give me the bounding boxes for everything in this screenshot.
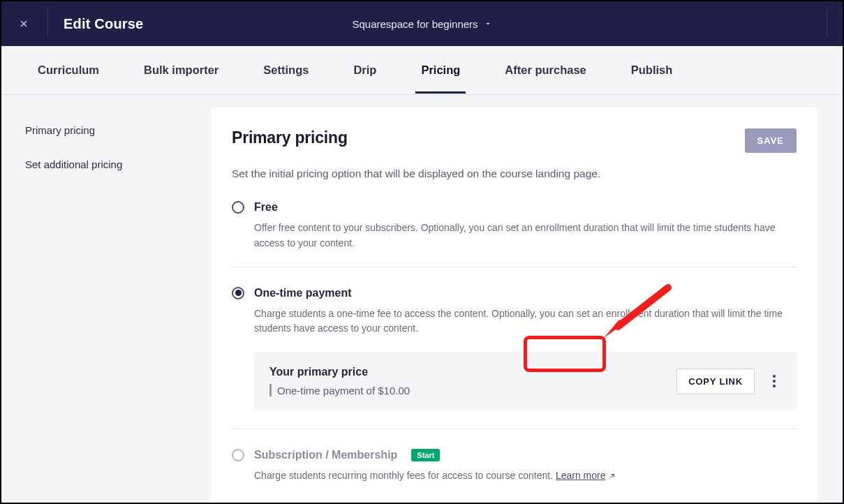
tab-curriculum[interactable]: Curriculum — [32, 47, 105, 93]
tab-bar: Curriculum Bulk importer Settings Drip P… — [1, 46, 843, 95]
option-label-subscription: Subscription / Membership — [254, 449, 397, 461]
pricing-option-subscription: Subscription / Membership Start Charge s… — [232, 449, 797, 499]
close-icon[interactable] — [14, 14, 34, 34]
save-button[interactable]: SAVE — [745, 128, 797, 153]
radio-free[interactable] — [232, 201, 244, 214]
tab-after-purchase[interactable]: After purchase — [499, 47, 591, 93]
option-label-free: Free — [254, 201, 278, 214]
caret-down-icon — [484, 18, 492, 30]
panel-title: Primary pricing — [232, 128, 348, 147]
sidenav-primary-pricing[interactable]: Primary pricing — [25, 117, 194, 151]
tab-bulk-importer[interactable]: Bulk importer — [138, 47, 224, 93]
option-desc-free: Offer free content to your subscribers. … — [254, 221, 797, 251]
header-divider — [47, 10, 48, 38]
app-header: Edit Course Squarespace for beginners — [1, 1, 843, 46]
price-card-line: One-time payment of $10.00 — [277, 385, 410, 396]
header-divider-right — [827, 10, 827, 38]
course-selector-dropdown[interactable]: Squarespace for beginners — [352, 18, 491, 30]
page-title: Edit Course — [64, 16, 143, 32]
pricing-option-one-time: One-time payment Charge students a one-t… — [232, 287, 797, 429]
pricing-option-free: Free Offer free content to your subscrib… — [232, 201, 797, 267]
primary-pricing-panel: Primary pricing SAVE Set the initial pri… — [211, 108, 817, 504]
price-card-title: Your primary price — [269, 366, 410, 378]
pricing-sidenav: Primary pricing Set additional pricing — [1, 95, 211, 503]
kebab-menu-icon[interactable] — [767, 375, 781, 387]
tab-drip[interactable]: Drip — [348, 47, 382, 93]
subscription-desc-text: Charge students recurring monthly fees f… — [254, 470, 556, 481]
radio-subscription[interactable] — [232, 449, 244, 461]
learn-more-link[interactable]: Learn more — [556, 468, 617, 484]
course-selector-label: Squarespace for beginners — [352, 18, 477, 30]
option-desc-subscription: Charge students recurring monthly fees f… — [254, 468, 797, 484]
primary-price-card: Your primary price One-time payment of $… — [254, 352, 797, 410]
tab-publish[interactable]: Publish — [625, 47, 679, 93]
option-label-one-time: One-time payment — [254, 287, 352, 299]
plan-badge: Start — [411, 449, 440, 461]
price-card-accent-bar — [269, 384, 272, 396]
tab-settings[interactable]: Settings — [258, 47, 314, 93]
copy-link-button[interactable]: COPY LINK — [676, 369, 755, 394]
radio-one-time[interactable] — [232, 287, 244, 299]
learn-more-label: Learn more — [556, 468, 606, 484]
panel-subtitle: Set the initial pricing option that will… — [232, 165, 797, 181]
option-desc-one-time: Charge students a one-time fee to access… — [254, 306, 797, 336]
sidenav-additional-pricing[interactable]: Set additional pricing — [25, 151, 194, 186]
tab-pricing[interactable]: Pricing — [415, 47, 466, 93]
